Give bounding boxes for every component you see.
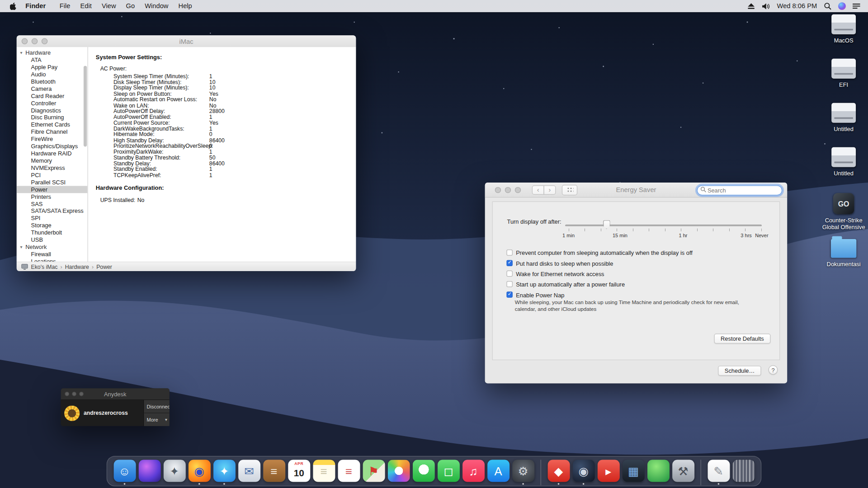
dock-icon-trash[interactable] <box>731 460 756 485</box>
desktop-icon-dokumentasi[interactable]: Dokumentasi <box>821 236 867 267</box>
breadcrumb-item[interactable]: Power <box>96 263 112 269</box>
sidebar-item[interactable]: Locations <box>17 258 88 262</box>
checkbox[interactable] <box>506 291 512 297</box>
checkbox[interactable] <box>506 260 512 266</box>
dock-icon-siri[interactable] <box>137 460 162 485</box>
dock-icon-app-red[interactable]: ▸ <box>596 460 621 485</box>
dock-icon-app-green[interactable] <box>646 460 670 485</box>
zoom-button[interactable] <box>515 187 521 192</box>
siri-icon[interactable] <box>838 2 846 10</box>
apple-menu[interactable] <box>10 2 17 10</box>
sidebar-item[interactable]: SPI <box>17 215 88 222</box>
sidebar-item[interactable]: Diagnostics <box>17 107 88 114</box>
sidebar-item[interactable]: Apple Pay <box>17 64 88 71</box>
dock-icon-messages[interactable] <box>411 460 436 485</box>
volume-icon[interactable] <box>761 3 770 10</box>
desktop-icon-efi[interactable]: EFI <box>821 59 867 88</box>
forward-button[interactable]: › <box>543 185 556 195</box>
menu-item[interactable]: Help <box>174 2 197 10</box>
checkbox-row[interactable]: Start up automatically after a power fai… <box>506 279 693 289</box>
menu-item[interactable]: Go <box>121 2 140 10</box>
dock-icon-maps[interactable]: ⚑ <box>361 460 386 485</box>
schedule-button[interactable]: Schedule… <box>718 366 761 375</box>
disclosure-triangle-icon[interactable]: ▼ <box>19 244 25 251</box>
sidebar-section-hardware[interactable]: ▼Hardware <box>17 49 88 56</box>
dock-icon-safari[interactable]: ✦ <box>212 460 236 485</box>
dock-icon-notes[interactable]: ≡ <box>311 460 336 485</box>
zoom-button[interactable] <box>42 38 47 44</box>
sidebar-item[interactable]: Bluetooth <box>17 78 88 85</box>
search-input[interactable] <box>697 185 783 195</box>
sidebar-item[interactable]: Memory <box>17 157 88 164</box>
dock-icon-app-gray[interactable]: ⚒ <box>670 460 695 485</box>
sidebar-item[interactable]: Disc Burning <box>17 114 88 121</box>
menu-item[interactable]: View <box>97 2 121 10</box>
menu-item[interactable]: Window <box>140 2 173 10</box>
dock-icon-launchpad[interactable]: ✦ <box>162 460 187 485</box>
sidebar-item[interactable]: Power <box>17 186 88 193</box>
energy-saver-toolbar[interactable]: ‹ › Energy Saver <box>485 183 788 197</box>
sidebar-item[interactable]: Audio <box>17 71 88 78</box>
dock-icon-facetime[interactable]: ◻ <box>436 460 461 485</box>
notification-center-icon[interactable] <box>853 3 860 9</box>
close-button[interactable] <box>495 187 501 192</box>
dock-icon-steam[interactable]: ◉ <box>571 460 596 485</box>
dock-icon-anydesk[interactable]: ◆ <box>541 460 571 485</box>
sidebar-scrollbar[interactable] <box>84 66 87 147</box>
spotlight-search-icon[interactable] <box>824 2 831 10</box>
display-off-slider[interactable]: 1 min15 min1 hr3 hrsNever <box>565 214 762 239</box>
anydesk-titlebar[interactable]: Anydesk <box>61 389 170 400</box>
checkbox-row[interactable]: Wake for Ethernet network access <box>506 268 693 279</box>
active-app-name[interactable]: Finder <box>25 2 46 10</box>
dock-icon-music[interactable]: ♫ <box>461 460 486 485</box>
system-information-titlebar[interactable]: iMac <box>17 35 356 47</box>
checkbox[interactable] <box>506 249 512 255</box>
sidebar-item[interactable]: Parallel SCSI <box>17 179 88 186</box>
disclosure-triangle-icon[interactable]: ▼ <box>19 49 25 56</box>
checkbox[interactable] <box>506 281 512 287</box>
dock-icon-firefox[interactable]: ◉ <box>187 460 212 485</box>
slider-thumb[interactable] <box>603 220 610 229</box>
sidebar-item[interactable]: Graphics/Displays <box>17 143 88 150</box>
checkbox-row[interactable]: Enable Power Nap <box>506 289 693 300</box>
dock-icon-finder[interactable]: ☺ <box>112 460 137 485</box>
sidebar-item[interactable]: Ethernet Cards <box>17 121 88 128</box>
dock-icon-reminders[interactable]: ≡ <box>336 460 361 485</box>
sidebar-item[interactable]: SATA/SATA Express <box>17 207 88 215</box>
menu-item[interactable]: File <box>55 2 75 10</box>
sidebar-item[interactable]: Storage <box>17 222 88 229</box>
sidebar-item[interactable]: PCI <box>17 172 88 179</box>
breadcrumb-item[interactable]: Hardware <box>65 263 96 269</box>
minimize-button[interactable] <box>32 38 38 44</box>
sidebar-item[interactable]: FireWire <box>17 136 88 143</box>
dock-icon-app-store[interactable]: A <box>486 460 510 485</box>
checkbox[interactable] <box>506 271 512 277</box>
desktop-icon-csgo[interactable]: GO Counter-Strike Global Offensive <box>821 193 867 230</box>
close-button[interactable] <box>22 38 28 44</box>
checkbox-row[interactable]: Prevent computer from sleeping automatic… <box>506 247 693 258</box>
sidebar-item[interactable]: Printers <box>17 193 88 200</box>
dock-icon-mail[interactable]: ✉ <box>236 460 261 485</box>
dock-icon-calendar[interactable]: APR 10 <box>287 460 311 485</box>
sidebar-section-network[interactable]: ▼Network <box>17 244 88 251</box>
sidebar-item[interactable]: Card Reader <box>17 92 88 99</box>
menu-bar-clock[interactable]: Wed 8:06 PM <box>777 2 817 10</box>
restore-defaults-button[interactable]: Restore Defaults <box>714 333 770 343</box>
show-all-preferences-button[interactable] <box>562 184 577 195</box>
sidebar-item[interactable]: Firewall <box>17 251 88 258</box>
desktop-icon-untitled-2[interactable]: Untitled <box>821 147 867 177</box>
eject-icon[interactable] <box>747 3 755 10</box>
disconnect-button[interactable]: Disconnect <box>144 400 169 413</box>
menu-item[interactable]: Edit <box>75 2 97 10</box>
minimize-button[interactable] <box>505 187 511 192</box>
back-button[interactable]: ‹ <box>532 185 544 195</box>
sidebar-item[interactable]: USB <box>17 236 88 244</box>
sidebar-item[interactable]: Thunderbolt <box>17 229 88 236</box>
sidebar-item[interactable]: NVMExpress <box>17 164 88 172</box>
more-button[interactable]: More <box>144 413 169 426</box>
desktop-icon-untitled-1[interactable]: Untitled <box>821 103 867 132</box>
dock-icon-app-dark[interactable]: ▦ <box>621 460 646 485</box>
help-button[interactable]: ? <box>769 365 778 375</box>
desktop-icon-macos[interactable]: MacOS <box>821 14 867 44</box>
sidebar-item[interactable]: SAS <box>17 200 88 207</box>
